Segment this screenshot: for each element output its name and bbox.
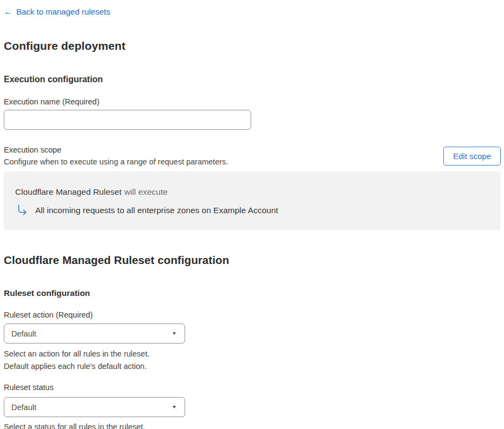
execution-name-input[interactable]	[4, 110, 251, 130]
ruleset-configuration-subheading: Ruleset configuration	[4, 288, 501, 298]
ruleset-action-label: Ruleset action (Required)	[4, 311, 501, 320]
ruleset-status-selected-value: Default	[11, 403, 36, 412]
ruleset-action-select[interactable]: Default ▼	[4, 324, 185, 344]
ruleset-status-help: Select a status for all rules in the rul…	[4, 421, 501, 429]
execution-scope-row: Execution scope Configure when to execut…	[4, 144, 501, 168]
ruleset-status-label: Ruleset status	[4, 383, 501, 392]
scope-target-text: All incoming requests to all enterprise …	[35, 205, 278, 216]
back-to-managed-rulesets-link[interactable]: ← Back to managed rulesets	[4, 6, 110, 17]
scope-target-line: All incoming requests to all enterprise …	[15, 204, 490, 216]
execution-configuration-heading: Execution configuration	[4, 74, 501, 84]
execution-scope-text: Execution scope Configure when to execut…	[4, 144, 228, 168]
chevron-down-icon: ▼	[172, 405, 177, 410]
back-link-label: Back to managed rulesets	[16, 6, 110, 17]
edit-scope-button[interactable]: Edit scope	[443, 147, 501, 166]
execution-scope-label: Execution scope	[4, 144, 228, 156]
ruleset-action-selected-value: Default	[11, 329, 36, 338]
execution-name-label: Execution name (Required)	[4, 97, 501, 107]
execution-scope-description: Configure when to execute using a range …	[4, 156, 228, 168]
scope-summary-panel: Cloudflare Managed Rulesetwill execute A…	[4, 171, 501, 230]
ruleset-action-help-line1: Select an action for all rules in the ru…	[4, 348, 501, 360]
configure-deployment-page: ← Back to managed rulesets Configure dep…	[0, 0, 504, 429]
ruleset-action-help: Select an action for all rules in the ru…	[4, 348, 501, 372]
back-arrow-icon: ←	[4, 6, 12, 17]
ruleset-configuration-section-heading: Cloudflare Managed Ruleset configuration	[4, 253, 501, 267]
ruleset-status-help-line1: Select a status for all rules in the rul…	[4, 421, 501, 429]
scope-will-execute-text: will execute	[124, 187, 167, 196]
ruleset-action-help-line2: Default applies each rule's default acti…	[4, 360, 501, 373]
scope-arrow-icon	[17, 204, 28, 216]
ruleset-status-select[interactable]: Default ▼	[4, 397, 185, 417]
page-title: Configure deployment	[4, 39, 501, 53]
scope-summary-line: Cloudflare Managed Rulesetwill execute	[15, 187, 490, 197]
scope-ruleset-name: Cloudflare Managed Ruleset	[15, 187, 121, 196]
chevron-down-icon: ▼	[172, 331, 177, 336]
